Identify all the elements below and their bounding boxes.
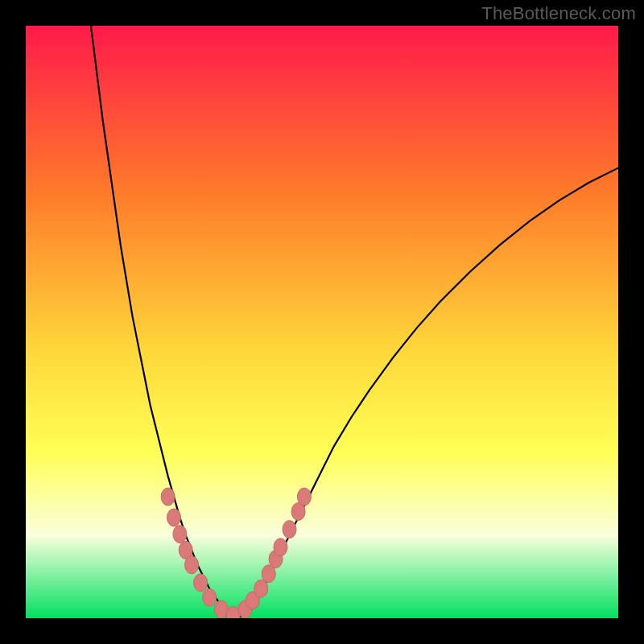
data-dot <box>254 580 268 597</box>
chart-frame: TheBottleneck.com <box>0 0 644 644</box>
data-dot <box>173 525 187 543</box>
data-dot <box>274 539 287 556</box>
data-dot <box>167 509 181 526</box>
data-dot <box>203 588 217 606</box>
data-dot <box>297 488 311 506</box>
data-dot <box>283 521 296 539</box>
plot-area <box>26 26 618 618</box>
gradient-background <box>26 26 618 618</box>
chart-svg <box>26 26 618 618</box>
data-dot <box>185 556 199 574</box>
watermark-label: TheBottleneck.com <box>481 3 636 24</box>
data-dot <box>161 488 175 506</box>
data-dot <box>194 574 208 592</box>
